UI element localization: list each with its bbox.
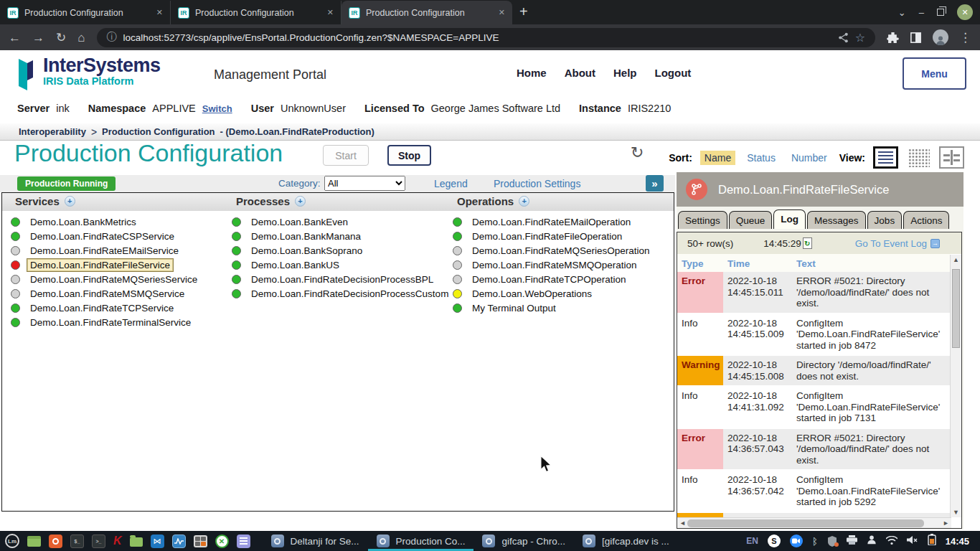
process-name[interactable]: Demo.Loan.FindRateDecisionProcessCustom xyxy=(248,287,452,301)
portal-nav-link[interactable]: Logout xyxy=(655,67,692,79)
shield-update-icon[interactable] xyxy=(827,536,837,547)
side-panel-icon[interactable] xyxy=(910,32,922,44)
share-icon[interactable] xyxy=(838,32,849,43)
sort-option[interactable]: Name xyxy=(700,151,735,165)
operation-name[interactable]: Demo.Loan.FindRateFileOperation xyxy=(468,230,626,243)
printer-icon[interactable] xyxy=(847,534,857,547)
scroll-down-icon[interactable]: ▼ xyxy=(953,509,959,516)
process-item[interactable]: Demo.Loan.BankUS xyxy=(232,258,452,272)
log-horizontal-scrollbar[interactable]: ◄ ► xyxy=(677,517,951,528)
operation-name[interactable]: Demo.Loan.FindRateTCPOperation xyxy=(468,273,630,286)
tab-close-icon[interactable]: ✕ xyxy=(156,8,163,17)
category-select[interactable]: All xyxy=(324,176,405,191)
process-item[interactable]: Demo.Loan.FindRateDecisionProcessCustom xyxy=(232,286,452,301)
portal-nav-link[interactable]: Home xyxy=(517,67,547,79)
service-item[interactable]: Demo.Loan.FindRateMQSeriesService xyxy=(11,272,201,286)
operation-item[interactable]: Demo.Loan.FindRateTCPOperation xyxy=(453,272,654,286)
address-bar[interactable]: ⓘ localhost:52773/csp/applive/EnsPortal.… xyxy=(97,28,875,47)
tab-close-icon[interactable]: ✕ xyxy=(499,8,505,17)
vertical-scroll-thumb[interactable] xyxy=(952,269,960,348)
detail-tab[interactable]: Log xyxy=(773,209,806,229)
view-list-icon[interactable] xyxy=(873,146,898,169)
taskbar-window-button[interactable]: [gifcap.dev is ... xyxy=(574,531,678,551)
operation-item[interactable]: Demo.Loan.WebOperations xyxy=(453,286,654,301)
browser-tab[interactable]: IR Production Configuration ✕ xyxy=(171,1,341,24)
green-x-app-icon[interactable]: ✕ xyxy=(215,534,229,548)
service-item[interactable]: Demo.Loan.FindRateMSMQService xyxy=(11,286,201,301)
service-name[interactable]: Demo.Loan.FindRateTCPService xyxy=(27,301,177,315)
process-item[interactable]: Demo.Loan.BankSoprano xyxy=(232,243,452,258)
stop-button[interactable]: Stop xyxy=(387,145,431,166)
operation-name[interactable]: My Terminal Output xyxy=(468,301,560,315)
operation-name[interactable]: Demo.Loan.WebOperations xyxy=(468,287,595,301)
process-item[interactable]: Demo.Loan.BankManana xyxy=(232,229,452,243)
sort-option[interactable]: Number xyxy=(787,151,831,165)
event-log-link-text[interactable]: Go To Event Log xyxy=(855,238,927,249)
tab-close-icon[interactable]: ✕ xyxy=(327,8,334,17)
system-monitor-icon[interactable] xyxy=(172,534,186,548)
forward-icon[interactable]: → xyxy=(32,32,44,44)
service-name[interactable]: Demo.Loan.FindRateCSPService xyxy=(27,230,178,243)
text-editor-icon[interactable] xyxy=(237,534,250,548)
add-service-button[interactable]: + xyxy=(65,196,75,207)
log-refresh-icon[interactable]: ↻ xyxy=(803,237,812,249)
url-text[interactable]: localhost:52773/csp/applive/EnsPortal.Pr… xyxy=(123,32,831,43)
expand-panel-button[interactable]: » xyxy=(646,175,664,192)
back-icon[interactable]: ← xyxy=(9,32,21,44)
orange-app-icon[interactable] xyxy=(49,534,62,548)
go-to-event-log-link[interactable]: Go To Event Log → xyxy=(855,238,940,249)
log-vertical-scrollbar[interactable]: ▲ ▼ xyxy=(950,255,961,517)
detail-tab[interactable]: Actions xyxy=(903,211,949,229)
service-name[interactable]: Demo.Loan.FindRateMQSeriesService xyxy=(27,273,201,286)
operation-name[interactable]: Demo.Loan.FindRateMQSeriesOperation xyxy=(468,244,654,258)
extensions-puzzle-icon[interactable] xyxy=(887,32,899,44)
legend-link[interactable]: Legend xyxy=(434,178,468,189)
browser-menu-kebab-icon[interactable]: ⋮ xyxy=(959,32,971,44)
tab-search-chevron-icon[interactable]: ⌄ xyxy=(898,7,906,18)
process-name[interactable]: Demo.Loan.BankManana xyxy=(248,230,364,243)
service-name[interactable]: Demo.Loan.FindRateTerminalService xyxy=(27,316,194,329)
start-button[interactable]: Start xyxy=(323,145,369,166)
home-icon[interactable]: ⌂ xyxy=(77,32,85,44)
operation-name[interactable]: Demo.Loan.FindRateEMailOperation xyxy=(468,215,634,229)
site-info-icon[interactable]: ⓘ xyxy=(107,31,117,44)
process-item[interactable]: Demo.Loan.BankEven xyxy=(232,215,452,229)
reload-icon[interactable]: ↻ xyxy=(56,32,66,44)
service-item[interactable]: Demo.Loan.FindRateEMailService xyxy=(11,243,201,258)
red-app-icon[interactable]: K xyxy=(113,534,122,547)
portal-nav-link[interactable]: Help xyxy=(613,67,637,79)
mint-menu-icon[interactable]: Lm xyxy=(5,534,19,548)
calculator-icon[interactable] xyxy=(194,535,207,547)
battery-icon[interactable] xyxy=(928,534,936,548)
production-settings-link[interactable]: Production Settings xyxy=(494,178,580,189)
zoom-tray-icon[interactable] xyxy=(790,534,803,547)
operation-item[interactable]: My Terminal Output xyxy=(453,301,654,315)
breadcrumb-root[interactable]: Interoperability xyxy=(19,126,86,137)
service-item[interactable]: Demo.Loan.BankMetrics xyxy=(11,215,201,229)
detail-tab[interactable]: Messages xyxy=(807,211,866,229)
sort-option[interactable]: Status xyxy=(743,151,780,165)
process-name[interactable]: Demo.Loan.BankSoprano xyxy=(248,244,366,258)
terminal-icon[interactable]: $_ xyxy=(70,534,84,548)
minimize-button[interactable]: – xyxy=(919,7,924,18)
process-name[interactable]: Demo.Loan.BankEven xyxy=(248,215,352,229)
scroll-left-icon[interactable]: ◄ xyxy=(679,519,686,527)
new-tab-button[interactable]: + xyxy=(519,4,528,20)
bookmark-star-icon[interactable]: ☆ xyxy=(855,31,865,44)
taskbar-window-button[interactable]: Deltanji for Se... xyxy=(263,531,368,551)
browser-tab[interactable]: IR Production Configuration ✕ xyxy=(0,1,171,24)
view-split-icon[interactable] xyxy=(939,146,964,169)
scroll-right-icon[interactable]: ► xyxy=(943,519,949,527)
bluetooth-icon[interactable]: ᛒ xyxy=(812,536,818,547)
taskbar-window-button[interactable]: Production Co... xyxy=(368,531,474,551)
service-name[interactable]: Demo.Loan.FindRateMSMQService xyxy=(27,287,188,301)
browser-tab[interactable]: IR Production Configuration ✕ xyxy=(341,1,512,24)
taskbar-clock[interactable]: 14:45 xyxy=(946,536,969,547)
view-grid-icon[interactable] xyxy=(906,146,931,169)
service-item[interactable]: Demo.Loan.FindRateTCPService xyxy=(11,301,201,315)
add-process-button[interactable]: + xyxy=(295,196,306,207)
profile-avatar[interactable] xyxy=(933,29,948,45)
service-item[interactable]: Demo.Loan.FindRateFileService xyxy=(11,258,201,272)
process-name[interactable]: Demo.Loan.BankUS xyxy=(248,258,343,272)
add-operation-button[interactable]: + xyxy=(519,196,529,207)
